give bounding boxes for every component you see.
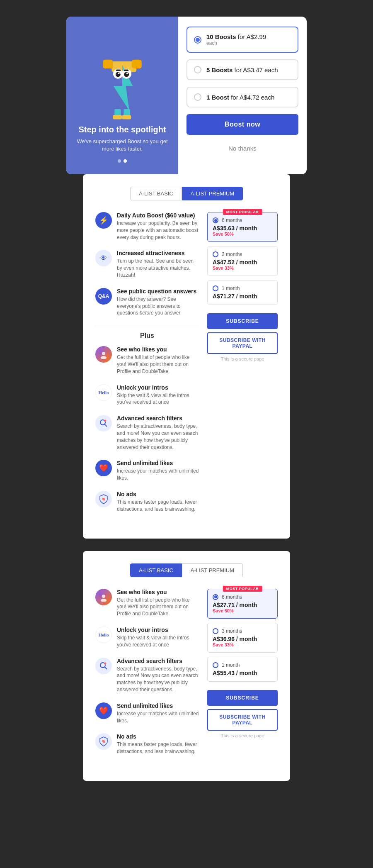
feature-attractiveness: 👁 Increased attractiveness Turn up the h…: [95, 250, 199, 278]
boost-option-10[interactable]: 10 Boosts for A$2.99 each: [186, 27, 298, 53]
svg-rect-8: [113, 115, 122, 119]
pricing-amount-3m-1: A$47.52 / month: [213, 259, 272, 266]
boost-count-10: 10 Boosts: [206, 33, 236, 40]
no-thanks-button[interactable]: No thanks: [186, 141, 298, 155]
pricing-duration-6m-1: 6 months: [213, 217, 272, 223]
feature2-desc-search-filters: Search by attractiveness, body type, and…: [117, 666, 199, 693]
subscription-section-1: A-LIST BASIC A-LIST PREMIUM ⚡ Daily Auto…: [83, 174, 290, 539]
feature2-desc-who-likes: Get the full list of people who like you…: [117, 597, 199, 617]
boost-count-1: 1 Boost: [206, 94, 229, 101]
feature2-search-filters: Advanced search filters Search by attrac…: [95, 658, 199, 693]
pricing-duration-3m-2: 3 months: [213, 628, 272, 634]
pricing-duration-1m-1: 1 month: [213, 285, 272, 291]
feature-search-filters: Advanced search filters Search by attrac…: [95, 415, 199, 451]
svg-line-30: [105, 667, 107, 669]
radio-3m-1: [213, 251, 218, 257]
secure-note-1: This is a secure page: [207, 356, 278, 361]
feature-title-who-likes: See who likes you: [117, 346, 199, 353]
feature2-title-who-likes: See who likes you: [117, 589, 199, 595]
pricing-save-6m-2: Save 50%: [213, 608, 272, 613]
boost-label-1: 1 Boost for A$4.72 each: [206, 94, 274, 101]
feature-qa: Q&A See public question answers How did …: [95, 288, 199, 317]
radio-10boosts: [194, 36, 201, 44]
feature2-unlimited-likes: ❤️ Send unlimited likes Increase your ma…: [95, 702, 199, 724]
subscribe-button-1[interactable]: SUBSCRIBE: [207, 313, 278, 329]
feature-text-unlimited-likes: Send unlimited likes Increase your match…: [117, 460, 199, 482]
pricing-amount-3m-2: A$36.96 / month: [213, 636, 272, 642]
subscription2-tabs: A-LIST BASIC A-LIST PREMIUM: [95, 563, 278, 577]
feature-desc-qa: How did they answer? See everyone's publ…: [117, 296, 199, 317]
feature-text-who-likes: See who likes you Get the full list of p…: [117, 346, 199, 375]
subscription1-pricing: MOST POPULAR 6 months A$35.63 / month Sa…: [207, 212, 278, 361]
boost-label-10: 10 Boosts for A$2.99 each: [206, 33, 266, 46]
feature-who-likes: See who likes you Get the full list of p…: [95, 346, 199, 375]
tab-alist-premium-2[interactable]: A-LIST PREMIUM: [182, 563, 243, 577]
radio-5boosts: [194, 66, 201, 73]
plus-divider-1: Plus: [95, 326, 199, 339]
tab-alist-basic-2[interactable]: A-LIST BASIC: [130, 563, 182, 577]
feature2-text-unlimited-likes: Send unlimited likes Increase your match…: [117, 702, 199, 724]
feature2-text-search-filters: Advanced search filters Search by attrac…: [117, 658, 199, 693]
radio-1m-2: [213, 662, 218, 668]
feature-icon-qa: Q&A: [95, 288, 112, 305]
feature2-icon-search: [95, 658, 112, 674]
feature-text-no-ads: No ads This means faster page loads, few…: [117, 491, 199, 513]
feature2-who-likes: See who likes you Get the full list of p…: [95, 589, 199, 617]
feature2-icon-who-likes: [95, 589, 112, 605]
radio-inner-10boosts: [196, 38, 200, 42]
radio-6m-1: [213, 217, 218, 223]
feature2-desc-intros: Skip the wait & view all the intros you'…: [117, 634, 199, 649]
radio-6m-2: [213, 594, 218, 600]
boost-option-5[interactable]: 5 Boosts for A$3.47 each: [186, 59, 298, 80]
svg-rect-3: [103, 59, 113, 68]
subscription1-features: ⚡ Daily Auto Boost ($60 value) Increase …: [95, 212, 199, 522]
pricing-1month-2[interactable]: 1 month A$55.43 / month: [207, 657, 278, 682]
feature2-icon-hello: Hello: [95, 627, 112, 643]
svg-point-19: [102, 352, 105, 355]
feature-icon-lightning: ⚡: [95, 212, 112, 229]
pricing-3months-2[interactable]: 3 months A$36.96 / month Save 33%: [207, 623, 278, 653]
feature-unlimited-likes: ❤️ Send unlimited likes Increase your ma…: [95, 460, 199, 482]
boost-label-5: 5 Boosts for A$3.47 each: [206, 66, 278, 73]
feature-desc-intros: Skip the wait & view all the intros you'…: [117, 392, 199, 406]
boost-modal: Step into the spotlight We've supercharg…: [66, 17, 307, 174]
subscribe-paypal-button-2[interactable]: SUBSCRIBE WITH PAYPAL: [207, 709, 278, 731]
feature-desc-auto-boost: Increase your popularity. Be seen by mor…: [117, 220, 199, 241]
pricing-duration-3m-1: 3 months: [213, 251, 272, 257]
feature-icon-who-likes: [95, 346, 112, 363]
feature-desc-search-filters: Search by attractiveness, body type, and…: [117, 423, 199, 451]
pricing-3months-1[interactable]: 3 months A$47.52 / month Save 33%: [207, 246, 278, 276]
feature-no-ads: No ads This means faster page loads, few…: [95, 491, 199, 513]
tab-alist-premium-1[interactable]: A-LIST PREMIUM: [182, 187, 243, 200]
feature-text-intros: Unlock your intros Skip the wait & view …: [117, 384, 199, 406]
feature-title-qa: See public question answers: [117, 288, 199, 295]
subscription-section-2: A-LIST BASIC A-LIST PREMIUM See who like…: [83, 551, 290, 781]
feature-title-intros: Unlock your intros: [117, 384, 199, 391]
boost-option-1[interactable]: 1 Boost for A$4.72 each: [186, 87, 298, 107]
tab-alist-basic-1[interactable]: A-LIST BASIC: [130, 187, 182, 200]
feature-desc-attractiveness: Turn up the heat. See and be seen by eve…: [117, 258, 199, 278]
feature-icon-hello: Hello: [95, 384, 112, 401]
svg-point-14: [118, 72, 119, 74]
boost-now-button[interactable]: Boost now: [186, 114, 298, 135]
modal-right-panel: 10 Boosts for A$2.99 each 5 Boosts for A…: [178, 17, 307, 174]
svg-point-12: [116, 72, 121, 77]
svg-point-23: [104, 420, 107, 422]
modal-left-panel: Step into the spotlight We've supercharg…: [66, 17, 178, 174]
feature-desc-no-ads: This means faster page loads, fewer dist…: [117, 499, 199, 513]
svg-point-13: [124, 72, 129, 77]
pricing-6months-1[interactable]: MOST POPULAR 6 months A$35.63 / month Sa…: [207, 212, 278, 242]
feature-intros: Hello Unlock your intros Skip the wait &…: [95, 384, 199, 406]
modal-dots: [118, 159, 127, 163]
pricing-save-3m-2: Save 33%: [213, 642, 272, 647]
feature-auto-boost: ⚡ Daily Auto Boost ($60 value) Increase …: [95, 212, 199, 241]
subscribe-button-2[interactable]: SUBSCRIBE: [207, 690, 278, 706]
feature2-text-who-likes: See who likes you Get the full list of p…: [117, 589, 199, 617]
feature2-intros: Hello Unlock your intros Skip the wait &…: [95, 627, 199, 649]
feature-title-attractiveness: Increased attractiveness: [117, 250, 199, 256]
pricing-1month-1[interactable]: 1 month A$71.27 / month: [207, 280, 278, 305]
feature2-no-ads: No ads This means faster page loads, few…: [95, 733, 199, 755]
feature-text-auto-boost: Daily Auto Boost ($60 value) Increase yo…: [117, 212, 199, 241]
pricing-6months-2[interactable]: MOST POPULAR 6 months A$27.71 / month Sa…: [207, 589, 278, 619]
subscribe-paypal-button-1[interactable]: SUBSCRIBE WITH PAYPAL: [207, 332, 278, 354]
